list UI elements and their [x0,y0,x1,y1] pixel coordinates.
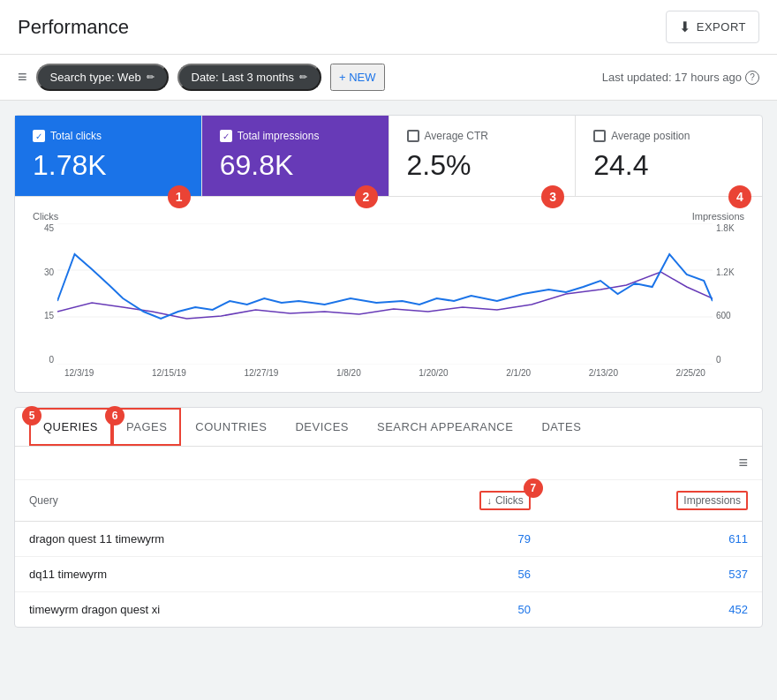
table-filter-row: ≡ [15,447,762,480]
y-left-15: 15 [33,311,54,320]
x-label-5: 1/20/20 [419,368,448,378]
impressions-cell-3: 452 [545,592,762,628]
bottom-card: 5 QUERIES 6 PAGES COUNTRIES DEVICES SEAR… [14,407,763,628]
badge-5: 5 [22,406,41,425]
chart-area: Clicks Impressions 45 30 15 0 [15,197,762,392]
badge-2: 2 [355,185,378,208]
clicks-line [57,254,713,319]
total-clicks-value: 1.78K [33,149,184,182]
export-label: EXPORT [697,20,746,34]
y-right-1.8k: 1.8K [716,223,744,233]
x-axis: 12/3/19 12/15/19 12/27/19 1/8/20 1/20/20… [61,368,709,378]
date-label: Date: Last 3 months [192,71,294,84]
x-label-6: 2/1/20 [506,368,531,378]
x-label-4: 1/8/20 [336,368,361,378]
tab-bar: 5 QUERIES 6 PAGES COUNTRIES DEVICES SEAR… [15,408,762,447]
average-position-label: Average position [593,130,744,142]
tab-pages-label: PAGES [126,420,167,433]
col-clicks[interactable]: ↓ Clicks 7 [372,480,544,522]
toolbar: ≡ Search type: Web ✏ Date: Last 3 months… [0,55,777,101]
clicks-cell-3: 50 [372,592,544,628]
col-query: Query [15,480,372,522]
badge-4: 4 [728,185,751,208]
x-label-7: 2/13/20 [589,368,618,378]
badge-1: 1 [168,185,191,208]
tab-countries[interactable]: COUNTRIES [181,408,281,446]
new-label: + NEW [339,71,376,84]
chart-svg [57,223,713,365]
average-ctr-label: Average CTR [407,130,558,142]
table-row: dq11 timewyrm 56 537 [15,557,762,592]
x-label-8: 2/25/20 [676,368,705,378]
y-left-45: 45 [33,223,54,233]
sort-down-icon: ↓ [487,495,492,506]
tab-dates[interactable]: DATES [527,408,595,446]
metrics-row: Total clicks 1.78K 1 Total impressions 6… [15,116,762,197]
x-label-3: 12/27/19 [244,368,278,378]
average-ctr-value: 2.5% [407,149,558,182]
query-cell-1: dragon quest 11 timewyrm [15,522,372,557]
y-left-0: 0 [33,355,54,365]
new-button[interactable]: + NEW [330,64,385,91]
y-right-1.2k: 1.2K [716,267,744,277]
impressions-cell-2: 537 [545,557,762,592]
total-impressions-checkbox[interactable] [220,130,232,142]
pencil-icon-date: ✏ [299,72,307,83]
export-button[interactable]: ⬇ EXPORT [666,11,759,43]
x-label-1: 12/3/19 [64,368,94,378]
y-right-label: Impressions [692,211,744,222]
y-left-label: Clicks [33,211,58,222]
search-type-label: Search type: Web [50,71,141,84]
x-label-2: 12/15/19 [152,368,186,378]
y-right-600: 600 [716,311,744,320]
tab-queries[interactable]: QUERIES [29,408,112,446]
query-cell-2: dq11 timewyrm [15,557,372,592]
total-clicks-label: Total clicks [33,130,184,142]
page-title: Performance [18,16,129,39]
tab-devices[interactable]: DEVICES [281,408,363,446]
clicks-cell-2: 56 [372,557,544,592]
tab-queries-label: QUERIES [43,420,98,433]
table-row: timewyrm dragon quest xi 50 452 [15,592,762,628]
badge-7: 7 [524,478,543,498]
info-icon: ? [745,71,759,85]
col-impressions: Impressions [545,480,762,522]
last-updated: Last updated: 17 hours ago ? [602,71,759,85]
average-position-checkbox[interactable] [593,130,606,142]
average-ctr-tile[interactable]: Average CTR 2.5% 3 [389,116,577,196]
total-clicks-tile[interactable]: Total clicks 1.78K 1 [15,116,202,196]
tab-search-appearance[interactable]: SEARCH APPEARANCE [363,408,527,446]
filter-icon-table[interactable]: ≡ [738,454,748,472]
average-ctr-checkbox[interactable] [407,130,419,142]
y-left-30: 30 [33,267,54,277]
clicks-cell-1: 79 [372,522,544,557]
pencil-icon: ✏ [147,72,155,83]
average-position-value: 24.4 [593,149,744,182]
y-right-0: 0 [716,355,744,365]
filter-menu-icon[interactable]: ≡ [18,68,27,87]
impressions-line [57,272,713,319]
queries-table: Query ↓ Clicks 7 Impressions [15,480,762,627]
total-impressions-tile[interactable]: Total impressions 69.8K 2 [202,116,389,196]
total-impressions-value: 69.8K [220,149,371,182]
search-type-filter[interactable]: Search type: Web ✏ [36,64,169,91]
badge-6: 6 [105,406,124,425]
total-clicks-checkbox[interactable] [33,130,45,142]
main-performance-card: Total clicks 1.78K 1 Total impressions 6… [14,115,763,393]
date-filter[interactable]: Date: Last 3 months ✏ [177,64,321,91]
header: Performance ⬇ EXPORT [0,0,777,55]
export-icon: ⬇ [679,19,691,35]
average-position-tile[interactable]: Average position 24.4 4 [576,116,762,196]
total-impressions-label: Total impressions [220,130,371,142]
impressions-cell-1: 611 [545,522,762,557]
query-cell-3: timewyrm dragon quest xi [15,592,372,628]
table-row: dragon quest 11 timewyrm 79 611 [15,522,762,557]
